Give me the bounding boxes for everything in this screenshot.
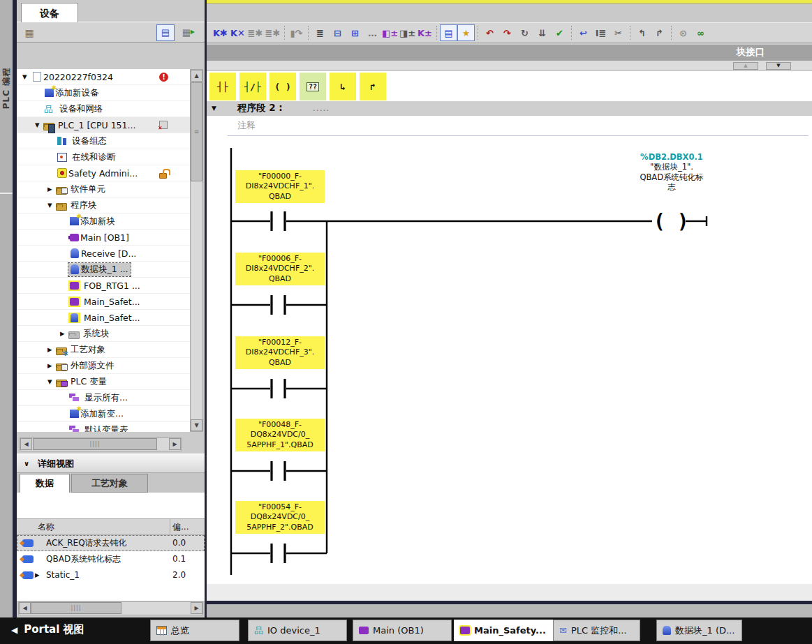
expander-icon[interactable] [35, 121, 43, 128]
tree-row-show-all-tags[interactable]: 显示所有... [17, 390, 190, 406]
tree-row-label: 添加新块 [80, 216, 115, 227]
contact-operand-label[interactable]: "F00000_F- DI8x24VDCHF_1". QBAD [235, 170, 325, 203]
tree-vertical-scrollbar[interactable]: ▲ ≡ ▼ [190, 69, 203, 432]
taskbar-main-ob1-button[interactable]: Main (OB1) [353, 620, 452, 641]
table-row[interactable]: QBAD系统钝化标志 0.1 [17, 551, 205, 567]
tag-icon [22, 571, 34, 579]
tag-offset: 0.0 [172, 535, 186, 551]
collapse-chevron-icon[interactable]: ∨ [24, 454, 29, 473]
project-icon [33, 72, 41, 82]
expander-icon[interactable] [47, 202, 56, 209]
add-new-block-icon [70, 217, 79, 225]
table-row[interactable]: ACK_REQ请求去钝化 0.0 [17, 535, 205, 551]
coil-operand-label[interactable]: %DB2.DBX0.1 "数据块_1". QBAD系统钝化标 志 [613, 152, 730, 193]
detail-hscrollbar-thumb[interactable]: |||| [31, 602, 121, 614]
tab-devices[interactable]: 设备 [21, 3, 78, 22]
plc-programming-vertical-tab[interactable]: PLC 编程 [1, 57, 13, 121]
scroll-left-icon[interactable]: ◀ [19, 602, 31, 614]
technology-objects-folder-icon [56, 347, 67, 355]
tab-data[interactable]: 数据 [20, 474, 70, 493]
tree-row-project[interactable]: 20220227f0324 [17, 69, 190, 85]
plc-tags-folder-icon [56, 380, 67, 387]
safety-block-icon [460, 627, 470, 634]
column-header-offset[interactable]: 偏... [172, 519, 189, 534]
tree-scrollbar-thumb[interactable]: ≡ [191, 82, 202, 181]
tree-row-datablock1[interactable]: 数据块_1 ... [17, 262, 190, 278]
normally-closed-contact-icon[interactable]: ┤/├ [239, 73, 266, 100]
tree-row-receive-db[interactable]: Receive [D... [17, 246, 190, 262]
taskbar-button-label: PLC 监控和... [571, 624, 627, 637]
contact-operand-label[interactable]: "F00012_F- DI8x24VDCHF_3". QBAD [235, 336, 325, 369]
taskbar-overview-button[interactable]: 总览 [150, 620, 239, 641]
tree-row-external-sources[interactable]: 外部源文件 [17, 358, 190, 374]
add-new-device-icon [45, 89, 54, 97]
contact-operand-label[interactable]: "F00048_F- DQ8x24VDC/0_ 5APPHF_1".QBAD [235, 419, 325, 451]
taskbar-plc-monitor-button[interactable]: ✉ PLC 监控和... [553, 620, 640, 641]
open-branch-icon[interactable]: ↳ [330, 73, 356, 100]
tree-row-label: 默认变量表 [84, 424, 128, 433]
tree-row-devices-networks[interactable]: 设备和网络 [17, 101, 190, 117]
expander-icon[interactable]: ▶ [35, 567, 40, 583]
scroll-left-icon[interactable]: ◀ [20, 438, 32, 450]
portal-view-label: Portal 视图 [24, 623, 84, 636]
tree-row-main-ob1[interactable]: Main [OB1] [17, 230, 190, 246]
table-row[interactable]: ▶ Static_1 2.0 [17, 567, 205, 583]
scroll-right-icon[interactable]: ▶ [169, 438, 181, 450]
tree-row-label: 软件单元 [71, 184, 105, 195]
compile-status-icon [159, 121, 168, 129]
taskbar-datablock1-button[interactable]: 数据块_1 (D... [656, 620, 742, 641]
empty-box-icon[interactable]: ?? [300, 73, 326, 100]
tag-name: Static_1 [46, 567, 80, 583]
contact-operand-label[interactable]: "F00006_F- DI8x24VDCHF_2". QBAD [235, 253, 325, 285]
tree-row-main-safety-fb[interactable]: Main_Safet... [17, 294, 190, 310]
normally-open-contact-icon[interactable]: ┤├ [209, 73, 236, 100]
tag-icon [22, 539, 34, 547]
tree-settings-icon[interactable]: ▦ [22, 26, 36, 40]
tree-row-online-diagnostics[interactable]: 在线和诊断 [17, 149, 190, 165]
tag-name: ACK_REQ请求去钝化 [46, 535, 127, 551]
tree-row-safety-admin[interactable]: Safety Admini... [17, 165, 190, 181]
tree-row-software-units[interactable]: 软件单元 [17, 181, 190, 197]
tree-row-default-tag-table[interactable]: 默认变量表 [17, 422, 190, 432]
column-header-name[interactable]: 名称 [38, 519, 54, 534]
expander-icon[interactable] [47, 378, 56, 385]
tree-row-technology-objects[interactable]: 工艺对象 [17, 342, 190, 358]
tree-row-add-tag-table[interactable]: 添加新变... [17, 406, 190, 422]
contact-operand-label[interactable]: "F00054_F- DQ8x24VDC/0_ 5APPHF_2".QBAD [235, 501, 325, 534]
tree-row-device-config[interactable]: 设备组态 [17, 133, 190, 149]
tree-row-add-device[interactable]: 添加新设备 [17, 85, 190, 101]
taskbar-main-safety-button[interactable]: Main_Safety... [454, 620, 557, 641]
tree-row-plc-tags[interactable]: PLC 变量 [17, 374, 190, 390]
tree-hscrollbar-thumb[interactable]: |||| [33, 438, 157, 450]
scroll-right-icon[interactable]: ▶ [191, 602, 202, 614]
tree-row-system-blocks[interactable]: 系统块 [17, 326, 190, 342]
taskbar-io-device-button[interactable]: 品 IO device_1 [248, 620, 347, 641]
project-tree-toolbar: ▦ ▤ ▦ ▶ [17, 22, 205, 43]
back-triangle-icon: ◀ [11, 625, 17, 635]
scroll-down-icon[interactable]: ▼ [191, 419, 202, 431]
tree-row-main-safety-db[interactable]: Main_Safet... [17, 310, 190, 326]
expander-icon[interactable] [47, 362, 56, 369]
tree-horizontal-scrollbar[interactable]: ◀ |||| ▶ [20, 437, 182, 451]
list-view-button[interactable]: ▤ [156, 24, 175, 41]
detail-view-header[interactable]: ∨ 详细视图 [17, 454, 205, 473]
tree-row-add-block[interactable]: 添加新块 [17, 214, 190, 230]
tab-technology-objects[interactable]: 工艺对象 [71, 474, 148, 493]
expander-icon[interactable] [22, 73, 31, 80]
column-divider[interactable] [170, 519, 170, 536]
project-tree: 20220227f0324 添加新设备 设备和网络 PLC_1 [CPU 151… [17, 69, 190, 432]
tree-row-fob-rtg1[interactable]: FOB_RTG1 ... [17, 278, 190, 294]
expander-icon[interactable] [47, 346, 56, 353]
close-branch-icon[interactable]: ↱ [360, 73, 386, 100]
scroll-up-icon[interactable]: ▲ [191, 70, 202, 82]
tree-row-plc1[interactable]: PLC_1 [CPU 151... [17, 117, 190, 133]
portal-view-button[interactable]: ◀ Portal 视图 [11, 623, 84, 636]
taskbar-button-label: IO device_1 [267, 625, 320, 636]
coil-icon[interactable]: ( ) [270, 73, 296, 100]
data-block-icon [663, 626, 671, 635]
sync-view-button[interactable]: ▦ ▶ [177, 24, 195, 41]
tree-row-program-blocks[interactable]: 程序块 [17, 197, 190, 214]
expander-icon[interactable] [47, 186, 56, 193]
detail-horizontal-scrollbar[interactable]: ◀ |||| ▶ [18, 601, 203, 615]
expander-icon[interactable] [60, 330, 68, 337]
